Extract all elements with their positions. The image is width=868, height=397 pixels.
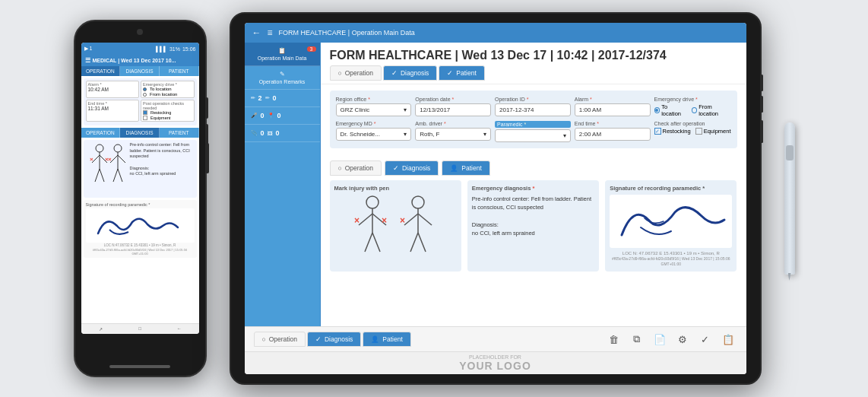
paramedic-select[interactable]: ▾ — [495, 129, 571, 142]
phone-post-op-field: Post operation checks needed Restocking … — [141, 100, 195, 122]
location-icon: 📍 — [268, 113, 274, 119]
tab-diagnosis[interactable]: ✓ Diagnosis — [383, 65, 437, 81]
tablet-sig-meta: LOC N: 47.06732 E 15.43301 • 19 m • Simo… — [610, 250, 732, 267]
phone-end-time-field[interactable]: End time * 11:31 AM — [86, 100, 140, 122]
phone-tab2-diagnosis[interactable]: DIAGNOSIS — [120, 128, 160, 138]
diag-tab-operation[interactable]: ○ Operation — [330, 160, 382, 176]
radio-from-location[interactable]: From location — [692, 103, 731, 117]
radio-to-location[interactable]: To location — [654, 103, 687, 117]
svg-line-11 — [118, 155, 125, 163]
end-time-input[interactable]: 2:00 AM — [575, 128, 651, 141]
bottom-tab-diagnosis[interactable]: ✓ Diagnosis — [307, 332, 361, 347]
field-region-office: Region office * GRZ Clinic ▾ — [336, 97, 412, 117]
emergency-diag-title: Emergency diagnosis * — [472, 185, 594, 192]
tablet-main-content: FORM HEALTHCARE | Wed 13 Dec 17 | 10:42 … — [321, 43, 746, 326]
export-action[interactable]: 📄 — [651, 330, 669, 348]
phone-emergency-drive-field[interactable]: Emergency drive * To location From locat… — [141, 81, 195, 98]
diagnosis-section: ○ Operation ✓ Diagnosis 👤 Patient — [321, 160, 746, 278]
diag-tab-patient[interactable]: 👤 Patient — [442, 160, 489, 176]
sidebar-item-operation-remarks[interactable]: ✎ Operation Remarks — [245, 66, 320, 90]
phone-vol-up — [205, 97, 208, 119]
svg-text:×: × — [382, 215, 387, 226]
toolbar-actions: 🗑 ⧉ 📄 ⚙ ✓ 📋 — [605, 330, 737, 348]
operation-date-input[interactable]: 12/13/2017 — [415, 103, 491, 116]
phone-tab-diagnosis[interactable]: DIAGNOSIS — [120, 66, 160, 76]
back-icon[interactable]: ← — [252, 27, 261, 38]
body-figure-svg: × × — [350, 195, 441, 263]
amb-driver-select[interactable]: Roth, F ▾ — [415, 128, 491, 141]
diag-tab-diagnosis[interactable]: ✓ Diagnosis — [385, 160, 439, 176]
svg-point-15 — [366, 196, 379, 208]
mark-injury-panel: Mark injury with pen — [330, 180, 461, 272]
phone-power-btn — [205, 143, 209, 173]
tablet-signature-area — [610, 195, 732, 248]
tablet-content: 📋 Operation Main Data 3 ✎ Operation Rema… — [245, 43, 746, 326]
svg-point-8 — [114, 145, 122, 152]
logo-text: YOUR LOGO — [459, 360, 531, 372]
bottom-tab-operation[interactable]: ○ Operation — [254, 332, 306, 347]
sidebar-item-camera[interactable]: ✏ 2 ✏ 0 — [245, 90, 320, 107]
sidebar-item-operation-main[interactable]: 📋 Operation Main Data 3 — [245, 43, 320, 66]
alarm-input[interactable]: 1:00 AM — [575, 103, 651, 116]
svg-line-13 — [118, 169, 122, 182]
bottom-tab-patient[interactable]: 👤 Patient — [363, 332, 410, 347]
form-title: FORM HEALTHCARE | Wed 13 Dec 17 | 10:42 … — [330, 49, 737, 62]
field-amb-driver: Amb. driver * Roth, F ▾ — [415, 121, 491, 142]
doc-icon: 📋 — [278, 47, 286, 54]
cb-equipment-tablet[interactable]: Equipment — [695, 128, 731, 135]
phone-tab2-patient[interactable]: PATIENT — [160, 128, 199, 138]
settings-action[interactable]: ⚙ — [673, 330, 692, 348]
op-circle-icon-3: ○ — [262, 335, 266, 343]
sidebar-item-attach[interactable]: 📎 0 🖼 0 — [245, 125, 320, 142]
field-end-time: End time * 2:00 AM — [575, 121, 651, 142]
clipboard-action[interactable]: 📋 — [719, 330, 737, 348]
tablet-header: ← ≡ FORM HEALTHCARE | Operation Main Dat… — [245, 23, 746, 43]
phone-nav-btn-2[interactable]: □ — [120, 324, 160, 334]
emergency-md-select[interactable]: Dr. Schneide... ▾ — [336, 128, 412, 141]
scene: ▶ 1 ▌▌▌ 31% 15:06 ☰ MEDICAL | Wed 13 Dec… — [16, 12, 852, 385]
svg-line-19 — [365, 233, 372, 252]
tablet-layout: ← ≡ FORM HEALTHCARE | Operation Main Dat… — [245, 23, 746, 374]
field-emergency-drive: Emergency drive * To location — [654, 97, 731, 117]
bottom-nav-tabs: ○ Operation ✓ Diagnosis 👤 Patient — [254, 332, 413, 347]
phone-nav-btn-3[interactable]: ← — [160, 324, 199, 334]
phone-signature-canvas — [86, 208, 195, 243]
svg-text:×: × — [90, 156, 93, 163]
tablet-signature-svg — [614, 197, 728, 246]
remarks-icon: ✎ — [280, 71, 285, 78]
phone-header: ☰ MEDICAL | Wed 13 Dec 2017 10... — [81, 55, 199, 66]
badge-3: 3 — [307, 46, 316, 52]
diagnosis-nav-tabs: ○ Operation ✓ Diagnosis 👤 Patient — [330, 160, 737, 176]
cb-restocking-tablet[interactable]: ✓ Restocking — [654, 128, 691, 135]
operation-form-grid: Region office * GRZ Clinic ▾ Operation d… — [330, 91, 737, 148]
phone-tab-operation[interactable]: OPERATION — [81, 66, 121, 76]
phone-tab-patient[interactable]: PATIENT — [160, 66, 199, 76]
confirm-action[interactable]: ✓ — [696, 330, 714, 348]
tablet-device: ← ≡ FORM HEALTHCARE | Operation Main Dat… — [230, 12, 762, 385]
tab-operation[interactable]: ○ Operation — [330, 65, 382, 81]
phone-alarm-field[interactable]: Alarm * 10:42 AM — [86, 81, 140, 98]
radio-dot-filled — [654, 107, 661, 113]
hamburger-icon: ☰ — [85, 57, 90, 64]
signature-panel: Signature of recording paramedic * — [605, 180, 737, 272]
field-operation-date: Operation date * 12/13/2017 — [415, 97, 491, 117]
phone-device: ▶ 1 ▌▌▌ 31% 15:06 ☰ MEDICAL | Wed 13 Dec… — [74, 20, 207, 377]
operation-id-input[interactable]: 2017-12-374 — [495, 103, 571, 116]
region-office-select[interactable]: GRZ Clinic ▾ — [336, 103, 412, 116]
field-emergency-md: Emergency MD * Dr. Schneide... ▾ — [336, 121, 412, 142]
phone-home-bar — [109, 365, 170, 368]
svg-text:×: × — [108, 156, 112, 163]
tablet-power-btn — [761, 120, 763, 143]
phone-nav-btn-1[interactable]: ↗ — [81, 324, 121, 334]
tab-patient[interactable]: ✓ Patient — [439, 65, 484, 81]
sidebar-item-audio[interactable]: 🎤 0 📍 0 — [245, 107, 320, 125]
tablet-bottom-area: ○ Operation ✓ Diagnosis 👤 Patient — [245, 326, 746, 374]
copy-action[interactable]: ⧉ — [628, 330, 646, 348]
field-alarm: Alarm * 1:00 AM — [575, 97, 651, 117]
delete-action[interactable]: 🗑 — [605, 330, 623, 348]
list-icon[interactable]: ≡ — [268, 27, 273, 38]
op-circle-icon: ○ — [338, 69, 342, 77]
phone-tab2-operation[interactable]: OPERATION — [81, 128, 121, 138]
field-check-after-op: Check after operation ✓ Restocking — [654, 121, 731, 142]
cb-restocking-box: ✓ — [654, 128, 661, 135]
